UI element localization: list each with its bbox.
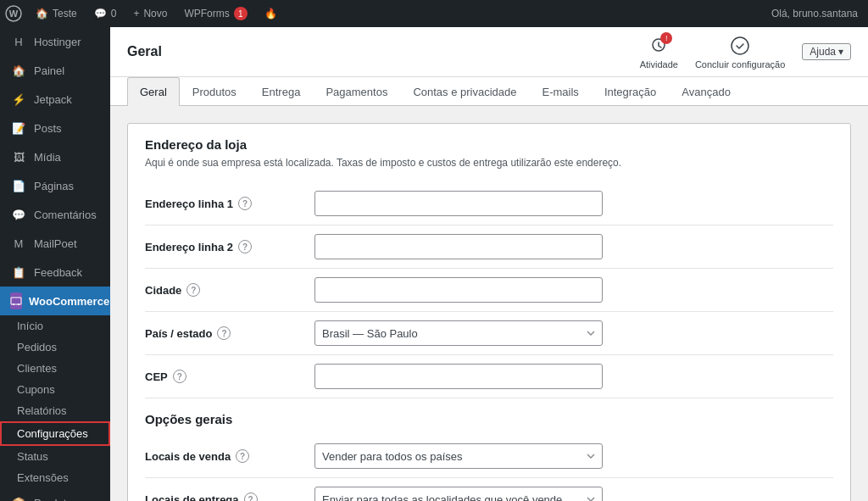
cidade-help[interactable]: ? bbox=[186, 283, 200, 297]
locais-venda-label: Locais de venda ? bbox=[145, 449, 314, 463]
endereco2-help[interactable]: ? bbox=[238, 240, 252, 253]
svg-text:W: W bbox=[9, 8, 19, 19]
main-content: Geral ! Atividade bbox=[110, 0, 868, 501]
endereco1-field bbox=[314, 191, 833, 216]
tab-geral[interactable]: Geral bbox=[127, 77, 180, 106]
locais-entrega-row: Locais de entrega ? Enviar para todas as… bbox=[145, 478, 833, 501]
svg-point-4 bbox=[732, 37, 748, 54]
tab-contas[interactable]: Contas e privacidade bbox=[400, 77, 529, 106]
atividade-badge: ! bbox=[660, 32, 672, 44]
locais-venda-help[interactable]: ? bbox=[236, 449, 249, 463]
dashboard-icon: 🏠 bbox=[10, 62, 27, 79]
tab-integracao[interactable]: Integração bbox=[592, 77, 669, 106]
sidebar-item-paginas[interactable]: 📄 Páginas bbox=[0, 171, 110, 200]
comments-link[interactable]: 💬 0 bbox=[86, 0, 125, 27]
jetpack-icon: ⚡ bbox=[10, 91, 27, 108]
woocommerce-submenu: Início Pedidos Clientes Cupons Relatório… bbox=[0, 315, 110, 488]
wp-logo: W bbox=[0, 0, 27, 27]
tab-avancado[interactable]: Avançado bbox=[669, 77, 743, 106]
cep-field bbox=[314, 364, 833, 389]
wpforms-badge: 1 bbox=[234, 7, 248, 20]
help-button[interactable]: Ajuda ▾ bbox=[802, 43, 851, 60]
cep-row: CEP ? bbox=[145, 355, 833, 398]
produtos-icon: 📦 bbox=[10, 494, 27, 501]
locais-venda-row: Locais de venda ? Vender para todos os p… bbox=[145, 435, 833, 478]
sidebar-item-hostinger[interactable]: H Hostinger bbox=[0, 27, 110, 56]
header-actions: ! Atividade Concluir configuração Ajuda … bbox=[640, 34, 851, 70]
page-header: Geral ! Atividade bbox=[110, 27, 868, 77]
atividade-button[interactable]: ! Atividade bbox=[640, 34, 678, 70]
tab-pagamentos[interactable]: Pagamentos bbox=[313, 77, 400, 106]
submenu-pedidos[interactable]: Pedidos bbox=[0, 337, 110, 358]
endereco2-row: Endereço linha 2 ? bbox=[145, 225, 833, 269]
endereco1-input[interactable] bbox=[314, 191, 603, 216]
locais-entrega-select[interactable]: Enviar para todas as localidades que voc… bbox=[314, 487, 603, 501]
endereco2-input[interactable] bbox=[314, 234, 603, 259]
pais-field: Brasil — São Paulo bbox=[314, 320, 833, 346]
topbar: W 🏠 Teste 💬 0 + Novo WPForms 1 🔥 Olá, br… bbox=[0, 0, 868, 27]
endereco1-help[interactable]: ? bbox=[238, 197, 252, 210]
greeting: Olá, bruno.santana bbox=[761, 8, 868, 19]
tabs-bar: Geral Produtos Entrega Pagamentos Contas… bbox=[110, 77, 868, 106]
endereco2-field bbox=[314, 234, 833, 259]
sidebar-item-midia[interactable]: 🖼 Mídia bbox=[0, 142, 110, 171]
submenu-inicio[interactable]: Início bbox=[0, 315, 110, 337]
submenu-clientes[interactable]: Clientes bbox=[0, 358, 110, 379]
sidebar-item-woocommerce[interactable]: WooCommerce bbox=[0, 287, 110, 315]
concluir-icon bbox=[728, 34, 752, 58]
chevron-down-icon: ▾ bbox=[838, 46, 843, 58]
submenu-status[interactable]: Status bbox=[0, 446, 110, 467]
section1-title: Endereço da loja bbox=[145, 137, 833, 152]
cep-help[interactable]: ? bbox=[173, 370, 186, 383]
cidade-label: Cidade ? bbox=[145, 283, 314, 297]
concluir-button[interactable]: Concluir configuração bbox=[695, 34, 785, 70]
topbar-right: Olá, bruno.santana bbox=[761, 8, 868, 19]
submenu-cupons[interactable]: Cupons bbox=[0, 379, 110, 400]
endereco1-label: Endereço linha 1 ? bbox=[145, 197, 314, 210]
cep-input[interactable] bbox=[314, 364, 603, 389]
sidebar-item-mailpoet[interactable]: M MailPoet bbox=[0, 229, 110, 258]
locais-venda-field: Vender para todos os países bbox=[314, 443, 833, 469]
woocommerce-icon bbox=[10, 292, 22, 309]
endereco1-row: Endereço linha 1 ? bbox=[145, 182, 833, 225]
cidade-input[interactable] bbox=[314, 277, 603, 303]
comments-icon: 💬 bbox=[10, 206, 27, 223]
cep-label: CEP ? bbox=[145, 370, 314, 383]
cidade-row: Cidade ? bbox=[145, 269, 833, 312]
pais-row: País / estado ? Brasil — São Paulo bbox=[145, 312, 833, 355]
cidade-field bbox=[314, 277, 833, 303]
mailpoet-icon: M bbox=[10, 235, 27, 252]
site-name[interactable]: 🏠 Teste bbox=[27, 0, 86, 27]
settings-content: Endereço da loja Aqui é onde sua empresa… bbox=[110, 106, 868, 501]
sidebar-item-jetpack[interactable]: ⚡ Jetpack bbox=[0, 85, 110, 114]
locais-venda-select[interactable]: Vender para todos os países bbox=[314, 443, 603, 469]
svg-point-2 bbox=[13, 303, 14, 305]
pais-help[interactable]: ? bbox=[217, 326, 231, 340]
tab-produtos[interactable]: Produtos bbox=[180, 77, 249, 106]
sidebar: H Hostinger 🏠 Painel ⚡ Jetpack 📝 Posts 🖼… bbox=[0, 0, 110, 501]
media-icon: 🖼 bbox=[10, 148, 27, 165]
locais-entrega-label: Locais de entrega ? bbox=[145, 493, 314, 501]
submenu-extensoes[interactable]: Extensões bbox=[0, 467, 110, 488]
sidebar-item-comentarios[interactable]: 💬 Comentários bbox=[0, 200, 110, 229]
tab-entrega[interactable]: Entrega bbox=[249, 77, 314, 106]
wpforms-link[interactable]: WPForms 1 bbox=[175, 0, 255, 27]
sidebar-item-posts[interactable]: 📝 Posts bbox=[0, 114, 110, 142]
sidebar-item-painel[interactable]: 🏠 Painel bbox=[0, 56, 110, 85]
endereco2-label: Endereço linha 2 ? bbox=[145, 240, 314, 253]
locais-entrega-help[interactable]: ? bbox=[244, 493, 258, 501]
submenu-relatorios[interactable]: Relatórios bbox=[0, 400, 110, 421]
posts-icon: 📝 bbox=[10, 120, 27, 136]
pais-select[interactable]: Brasil — São Paulo bbox=[314, 320, 603, 346]
section1-desc: Aqui é onde sua empresa está localizada.… bbox=[145, 157, 833, 169]
new-button[interactable]: + Novo bbox=[125, 0, 175, 27]
tab-emails[interactable]: E-mails bbox=[530, 77, 592, 106]
sidebar-item-feedback[interactable]: 📋 Feedback bbox=[0, 258, 110, 287]
submenu-configuracoes[interactable]: Configurações bbox=[0, 421, 110, 446]
pages-icon: 📄 bbox=[10, 177, 27, 194]
feedback-icon: 📋 bbox=[10, 264, 27, 281]
locais-entrega-field: Enviar para todas as localidades que voc… bbox=[314, 487, 833, 501]
sidebar-item-produtos[interactable]: 📦 Produtos bbox=[0, 488, 110, 501]
flame-icon-link[interactable]: 🔥 bbox=[256, 0, 286, 27]
page-title: Geral bbox=[127, 44, 162, 59]
